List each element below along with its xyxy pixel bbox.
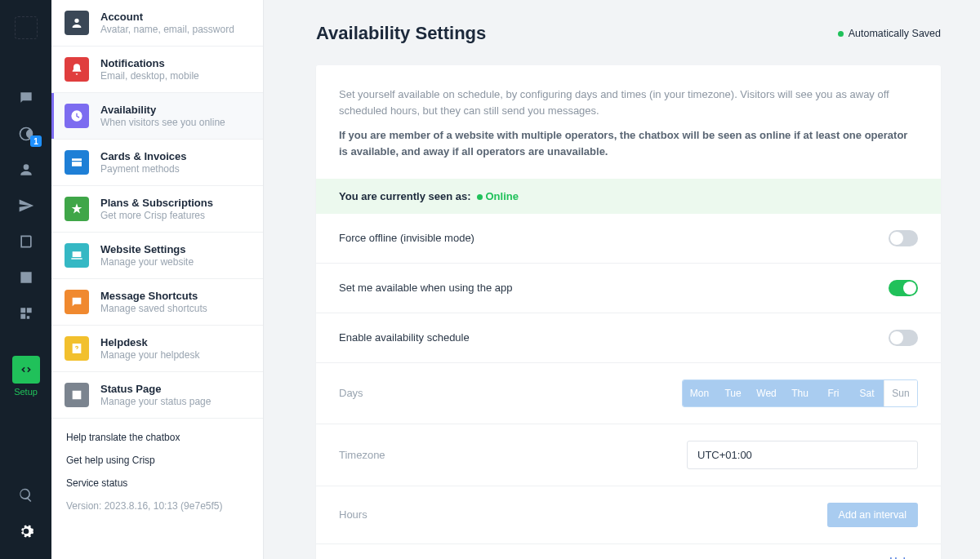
footer-link-status[interactable]: Service status <box>66 477 248 489</box>
sidebar-footer: Help translate the chatbox Get help usin… <box>51 419 263 525</box>
rail-search[interactable] <box>0 477 51 513</box>
card-description-1: Set yourself available on schedule, by c… <box>339 87 918 119</box>
main-content: Availability Settings Automatically Save… <box>264 0 980 559</box>
settings-sidebar: AccountAvatar, name, email, password Not… <box>51 0 264 559</box>
sidebar-item-availability[interactable]: AvailabilityWhen visitors see you online <box>51 93 263 140</box>
sidebar-item-plans[interactable]: Plans & SubscriptionsGet more Crisp feat… <box>51 186 263 233</box>
sidebar-item-sub: Get more Crisp features <box>100 210 213 221</box>
sidebar-item-sub: When visitors see you online <box>100 117 225 128</box>
sidebar-item-sub: Manage your status page <box>100 396 211 407</box>
settings-card: Set yourself available on schedule, by c… <box>316 65 941 559</box>
sidebar-item-website[interactable]: Website SettingsManage your website <box>51 233 263 279</box>
sidebar-item-sub: Manage saved shortcuts <box>100 303 207 314</box>
page-title: Availability Settings <box>316 23 486 44</box>
sidebar-item-title: Cards & Invoices <box>100 150 187 162</box>
day-tue[interactable]: Tue <box>716 380 750 406</box>
row-days: Days Mon Tue Wed Thu Fri Sat Sun <box>316 363 941 424</box>
clock-icon <box>65 104 89 128</box>
sidebar-item-sub: Avatar, name, email, password <box>100 24 234 35</box>
sidebar-item-helpdesk[interactable]: HelpdeskManage your helpdesk <box>51 326 263 372</box>
grid-icon <box>18 305 34 322</box>
days-selector: Mon Tue Wed Thu Fri Sat Sun <box>682 379 918 407</box>
code-icon <box>18 362 34 378</box>
sidebar-item-title: Notifications <box>100 57 199 69</box>
question-icon <box>65 336 89 361</box>
laptop-icon <box>65 243 89 268</box>
footer-link-translate[interactable]: Help translate the chatbox <box>66 432 248 443</box>
gear-icon <box>18 523 34 539</box>
sidebar-item-sub: Manage your website <box>100 256 194 268</box>
sidebar-item-title: Message Shortcuts <box>100 290 207 302</box>
row-enable-schedule: Enable availability schedule <box>316 313 941 363</box>
row-hours: Hours Add an interval <box>316 486 941 544</box>
help-link[interactable]: Help <box>889 554 918 559</box>
toggle-enable-schedule[interactable] <box>889 330 918 346</box>
sidebar-item-title: Website Settings <box>100 243 194 255</box>
rail-setup[interactable]: Setup <box>0 356 51 413</box>
day-fri[interactable]: Fri <box>817 380 850 406</box>
row-label: Enable availability schedule <box>339 331 470 344</box>
row-label: Timezone <box>339 449 385 461</box>
sidebar-item-sub: Payment methods <box>100 163 187 175</box>
footer-link-help[interactable]: Get help using Crisp <box>66 455 248 466</box>
sidebar-item-title: Plans & Subscriptions <box>100 197 213 209</box>
chat-icon <box>18 90 34 106</box>
online-dot-icon <box>477 194 483 200</box>
row-label: Set me available when using the app <box>339 282 512 294</box>
help-row: Help <box>316 544 941 559</box>
sidebar-item-title: Status Page <box>100 383 211 395</box>
rail-visitors[interactable]: 1 <box>0 116 51 152</box>
star-icon <box>65 197 89 221</box>
row-label: Hours <box>339 508 368 521</box>
timezone-select[interactable]: UTC+01:00 <box>687 441 918 469</box>
day-sun[interactable]: Sun <box>884 380 917 406</box>
rail-contacts[interactable] <box>0 152 51 188</box>
account-icon <box>65 11 89 35</box>
row-label: Days <box>339 387 363 399</box>
rail-analytics[interactable] <box>0 260 51 295</box>
status-dot-icon <box>838 31 844 37</box>
rail-setup-label: Setup <box>14 387 38 397</box>
day-mon[interactable]: Mon <box>683 380 716 406</box>
day-sat[interactable]: Sat <box>850 380 884 406</box>
sidebar-item-status[interactable]: Status PageManage your status page <box>51 372 263 419</box>
sidebar-item-title: Helpdesk <box>100 336 199 348</box>
message-icon <box>65 290 89 314</box>
search-icon <box>18 487 34 504</box>
status-label: You are currently seen as: <box>339 190 471 202</box>
send-icon <box>18 197 34 214</box>
footer-version: Version: 2023.8.16, 10:13 (9e7e5f5) <box>66 500 248 512</box>
day-thu[interactable]: Thu <box>783 380 817 406</box>
row-set-available: Set me available when using the app <box>316 264 941 313</box>
sidebar-item-shortcuts[interactable]: Message ShortcutsManage saved shortcuts <box>51 279 263 326</box>
sidebar-item-sub: Manage your helpdesk <box>100 349 199 361</box>
row-label: Force offline (invisible mode) <box>339 232 474 244</box>
save-status-text: Automatically Saved <box>849 28 941 39</box>
bell-icon <box>65 57 89 82</box>
sidebar-item-cards[interactable]: Cards & InvoicesPayment methods <box>51 140 263 186</box>
sidebar-item-title: Account <box>100 11 234 23</box>
save-status: Automatically Saved <box>838 28 941 39</box>
check-icon <box>65 383 89 407</box>
rail-settings[interactable] <box>0 513 51 549</box>
toggle-force-offline[interactable] <box>889 230 918 246</box>
sidebar-item-account[interactable]: AccountAvatar, name, email, password <box>51 0 263 47</box>
card-icon <box>65 150 89 175</box>
status-bar: You are currently seen as: Online <box>316 179 941 214</box>
toggle-set-available[interactable] <box>889 280 918 296</box>
day-wed[interactable]: Wed <box>750 380 783 406</box>
rail-campaigns[interactable] <box>0 188 51 224</box>
rail-inbox[interactable] <box>0 80 51 116</box>
user-icon <box>18 162 34 178</box>
chart-icon <box>18 269 34 286</box>
row-force-offline: Force offline (invisible mode) <box>316 214 941 264</box>
book-icon <box>18 233 34 250</box>
rail-badge: 1 <box>30 135 42 147</box>
app-logo <box>15 16 38 39</box>
rail-helpdesk[interactable] <box>0 224 51 260</box>
row-timezone: Timezone UTC+01:00 <box>316 424 941 486</box>
sidebar-item-sub: Email, desktop, mobile <box>100 70 199 82</box>
sidebar-item-notifications[interactable]: NotificationsEmail, desktop, mobile <box>51 47 263 93</box>
add-interval-button[interactable]: Add an interval <box>827 503 918 527</box>
rail-plugins[interactable] <box>0 295 51 331</box>
